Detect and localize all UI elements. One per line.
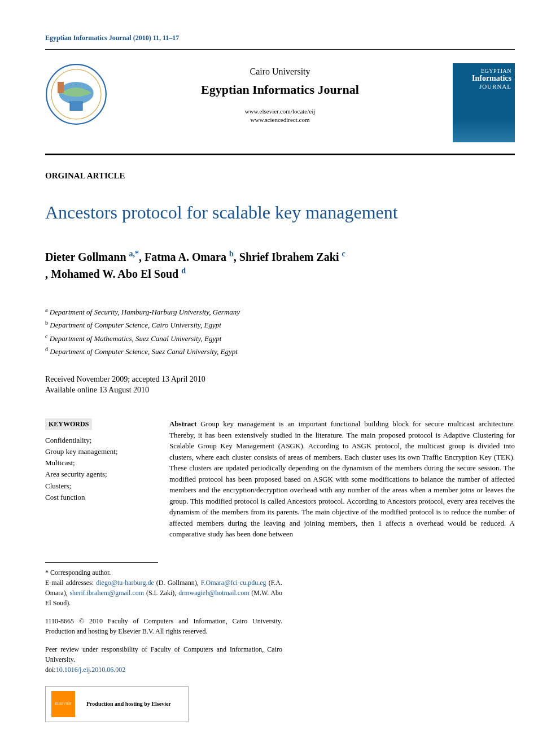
affiliation: b Department of Computer Science, Cairo … [45, 318, 515, 331]
peer-review-note: Peer review under responsibility of Facu… [45, 644, 282, 675]
keywords-abstract-row: KEYWORDS Confidentiality; Group key mana… [45, 418, 515, 540]
affiliation: d Department of Computer Science, Suez C… [45, 345, 515, 358]
email-link[interactable]: F.Omara@fci-cu.pdu.eg [201, 579, 266, 587]
affiliations-block: a Department of Security, Hamburg-Harbur… [45, 305, 515, 358]
cover-line2: Informatics [456, 74, 511, 83]
abstract-text: Group key management is an important fun… [169, 420, 515, 538]
author-name: Dieter Gollmann [45, 251, 129, 263]
doi-link[interactable]: 10.1016/j.eij.2010.06.002 [56, 666, 126, 674]
corresponding-author: * Corresponding author. E-mail addresses… [45, 567, 282, 608]
abstract-label: Abstract [169, 420, 196, 428]
author-affmark: a,* [129, 250, 139, 258]
authors-block: Dieter Gollmann a,*, Fatma A. Omara b, S… [45, 248, 515, 282]
journal-name: Egyptian Informatics Journal [119, 82, 441, 97]
author-name: , Shrief Ibrahem Zaki [234, 251, 342, 263]
author-name: , Fatma A. Omara [139, 251, 229, 263]
svg-rect-4 [58, 82, 64, 93]
article-dates: Received November 2009; accepted 13 Apri… [45, 374, 515, 396]
author-affmark: d [181, 267, 186, 275]
url-sciencedirect[interactable]: www.sciencedirect.com [119, 116, 441, 124]
hosting-text: Production and hosting by Elsevier [86, 700, 171, 708]
keywords-heading: KEYWORDS [45, 418, 92, 430]
url-elsevier[interactable]: www.elsevier.com/locate/eij [119, 107, 441, 116]
cover-line3: JOURNAL [456, 83, 511, 90]
keywords-column: KEYWORDS Confidentiality; Group key mana… [45, 418, 147, 540]
author-affmark: b [229, 250, 234, 258]
university-seal-icon [45, 63, 107, 125]
author-name: , Mohamed W. Abo El Soud [45, 267, 181, 279]
journal-urls: www.elsevier.com/locate/eij www.scienced… [119, 107, 441, 125]
email-link[interactable]: drmwagieh@hotmail.com [178, 589, 249, 597]
svg-rect-3 [70, 102, 82, 110]
elsevier-logo-icon: ELSEVIER [51, 691, 75, 717]
journal-header: Cairo University Egyptian Informatics Jo… [45, 59, 515, 149]
received-accepted: Received November 2009; accepted 13 Apri… [45, 374, 515, 385]
keywords-list: Confidentiality; Group key management; M… [45, 435, 147, 503]
rule-top [45, 49, 515, 50]
rule-header-bottom [45, 154, 515, 155]
available-online: Available online 13 August 2010 [45, 385, 515, 396]
cover-line1: EGYPTIAN [456, 68, 511, 74]
footnote-rule [45, 562, 158, 563]
affiliation: c Department of Mathematics, Suez Canal … [45, 332, 515, 345]
email-link[interactable]: diego@tu-harburg.de [96, 579, 154, 587]
journal-cover-thumbnail: EGYPTIAN Informatics JOURNAL [453, 63, 515, 142]
abstract-column: Abstract Group key management is an impo… [169, 418, 515, 540]
header-center: Cairo University Egyptian Informatics Jo… [119, 63, 441, 125]
article-type: ORGINAL ARTICLE [45, 171, 515, 181]
email-link[interactable]: sherif.ibrahem@gmail.com [69, 589, 144, 597]
citation-line: Egyptian Informatics Journal (2010) 11, … [45, 34, 515, 42]
publisher-name: Cairo University [119, 67, 441, 77]
copyright-notice: 1110-8665 © 2010 Faculty of Computers an… [45, 616, 282, 636]
article-title: Ancestors protocol for scalable key mana… [45, 201, 515, 224]
affiliation: a Department of Security, Hamburg-Harbur… [45, 305, 515, 318]
elsevier-hosting-box: ELSEVIER Production and hosting by Elsev… [45, 686, 189, 722]
footnotes-block: * Corresponding author. E-mail addresses… [45, 567, 282, 722]
author-affmark: c [342, 250, 345, 258]
